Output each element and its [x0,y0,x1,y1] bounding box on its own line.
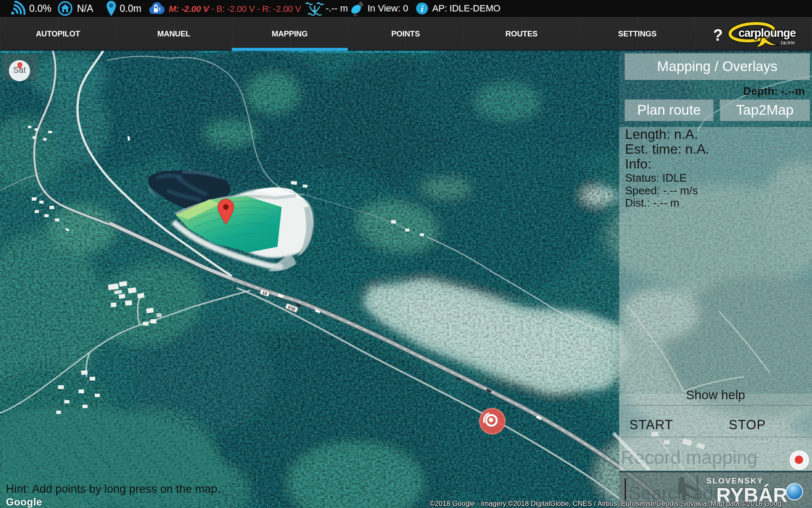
svg-text:i: i [421,3,424,14]
svg-text:carplounge: carplounge [738,27,796,39]
svg-text:tackle: tackle [781,39,795,46]
